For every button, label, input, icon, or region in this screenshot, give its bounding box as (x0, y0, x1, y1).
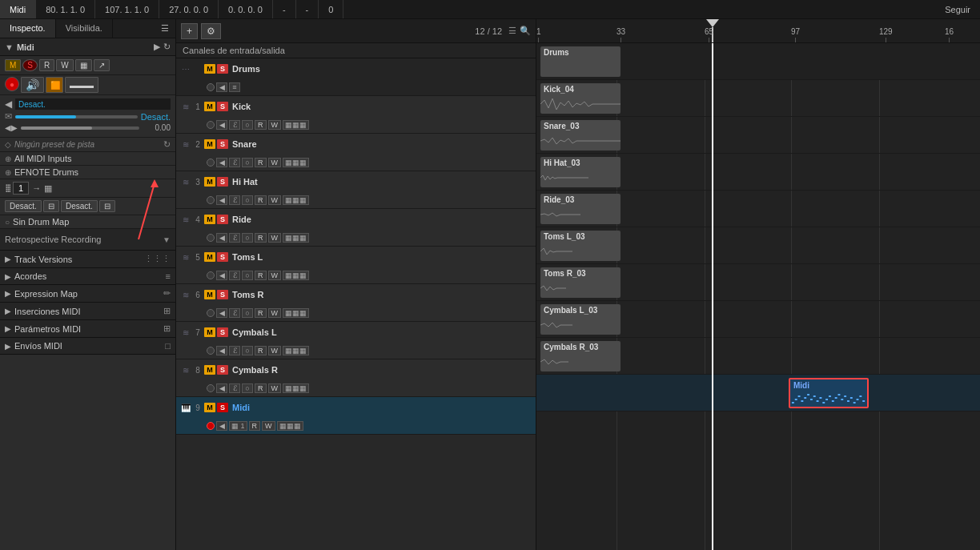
ch-btn-tomsr[interactable]: ▦▦▦ (283, 308, 309, 318)
ch-btn-ride[interactable]: ▦▦▦ (283, 233, 309, 243)
vol-btn-midi[interactable]: ◀ (216, 421, 227, 431)
e-button[interactable]: ▦ (75, 59, 92, 71)
type-button[interactable]: ⊟ (43, 200, 59, 212)
r-btn-tomsr[interactable]: R (255, 308, 267, 318)
clip-tomsl[interactable]: Toms L_03 (540, 231, 621, 261)
monitor-slider[interactable] (21, 126, 139, 130)
eq-btn-cymbr[interactable]: ℰ (229, 383, 240, 393)
record-button[interactable]: ● (5, 77, 19, 91)
add-track-button[interactable]: + (181, 23, 198, 39)
s-btn-ride[interactable]: S (217, 215, 228, 224)
clip-kick[interactable]: Kick_04 (540, 83, 621, 114)
r-btn-kick[interactable]: R (255, 120, 267, 130)
vol-btn-cymbl[interactable]: ◀ (216, 346, 227, 355)
clip-cymbr[interactable]: Cymbals R_03 (540, 341, 621, 371)
w-btn-cymbr[interactable]: W (268, 383, 282, 393)
mute-dot-cymbr[interactable] (207, 384, 215, 392)
timeline-ruler[interactable]: 1 33 65 97 129 (536, 19, 980, 43)
s-btn-cymbr[interactable]: S (217, 365, 228, 375)
eq-btn-snare[interactable]: ℰ (229, 158, 240, 167)
envios-midi-section[interactable]: ▶ Envíos MIDI □ (0, 338, 175, 355)
deact2-button[interactable]: Desact. (61, 200, 98, 212)
vol-btn-snare[interactable]: ◀ (216, 158, 227, 167)
m-btn-midi[interactable]: M (204, 403, 215, 412)
eq-btn-ride[interactable]: ℰ (229, 233, 240, 243)
clip-midi[interactable]: Midi (789, 378, 869, 408)
eq-btn-drums[interactable]: ≡ (229, 82, 240, 92)
vol-btn-hihat[interactable]: ◀ (216, 195, 227, 205)
mute-dot-tomsl[interactable] (207, 271, 215, 279)
ch-btn-hihat[interactable]: ▦▦▦ (283, 195, 309, 205)
clip-snare[interactable]: Snare_03 (540, 120, 621, 151)
s-btn-cymbl[interactable]: S (217, 327, 228, 337)
clip-hihat[interactable]: Hi Hat_03 (540, 157, 621, 187)
pan-slider[interactable] (15, 115, 138, 118)
track-config-button[interactable]: ⚙ (201, 23, 221, 39)
track-versions-section[interactable]: ▶ Track Versions ⋮⋮⋮ (0, 251, 175, 268)
w-btn-ride[interactable]: W (268, 233, 282, 243)
expression-map-section[interactable]: ▶ Expression Map ✏ (0, 285, 175, 303)
vol-btn-drums[interactable]: ◀ (216, 82, 227, 92)
eq-btn-hihat[interactable]: ℰ (229, 195, 240, 205)
s-btn-drums[interactable]: S (217, 64, 228, 74)
ch1-btn-hihat[interactable]: ○ (242, 195, 253, 205)
expand-button[interactable]: ↗ (94, 59, 110, 71)
vol-btn-tomsl[interactable]: ◀ (216, 271, 227, 280)
arrow-right-icon[interactable]: ▶ (154, 42, 160, 52)
list-view-icon[interactable]: ☰ (508, 26, 516, 36)
clip-tomsr[interactable]: Toms R_03 (540, 267, 621, 298)
w-btn-tomsl[interactable]: W (268, 271, 282, 280)
inserciones-midi-section[interactable]: ▶ Inserciones MIDI ⊞ (0, 303, 175, 320)
m-btn-cymbr[interactable]: M (204, 365, 215, 375)
m-button[interactable]: M (5, 59, 21, 71)
mute-dot-ride[interactable] (207, 234, 215, 242)
ch-btn-snare[interactable]: ▦▦▦ (283, 158, 309, 167)
ch-btn-kick[interactable]: ▦▦▦ (283, 120, 309, 130)
retro-recording-row[interactable]: Retrospective Recording ▼ (0, 229, 175, 251)
ch1-btn-tomsr[interactable]: ○ (242, 308, 253, 318)
eq-btn-cymbl[interactable]: ℰ (229, 346, 240, 355)
ch1-btn-snare[interactable]: ○ (242, 158, 253, 167)
type2-button[interactable]: ⊟ (99, 200, 115, 212)
w-btn-hihat[interactable]: W (268, 195, 282, 205)
r-btn-ride[interactable]: R (255, 233, 267, 243)
vol-btn-kick[interactable]: ◀ (216, 120, 227, 130)
monitor-button[interactable]: 🔊 (21, 77, 44, 93)
tab-inspector[interactable]: Inspecto. (0, 19, 56, 38)
record-dot-midi[interactable] (207, 422, 215, 430)
ch1-btn-tomsl[interactable]: ○ (242, 271, 253, 280)
parametros-midi-section[interactable]: ▶ Parámetros MIDI ⊞ (0, 320, 175, 338)
s-btn-kick[interactable]: S (217, 102, 228, 111)
acordes-section[interactable]: ▶ Acordes ≡ (0, 268, 175, 285)
vol-btn-ride[interactable]: ◀ (216, 233, 227, 243)
ch-btn-midi[interactable]: ▦▦▦ (277, 421, 303, 431)
m-btn-hihat[interactable]: M (204, 177, 215, 187)
eq-btn-tomsl[interactable]: ℰ (229, 271, 240, 280)
ch-btn-tomsl[interactable]: ▦▦▦ (283, 271, 309, 280)
mute-dot-drums[interactable] (207, 83, 215, 91)
preset-refresh-icon[interactable]: ↻ (163, 139, 171, 150)
mute-dot-cymbl[interactable] (207, 347, 215, 355)
mute-dot-tomsr[interactable] (207, 309, 215, 317)
r-button[interactable]: R (39, 59, 54, 71)
ch-btn-cymbr[interactable]: ▦▦▦ (283, 383, 309, 393)
ch1-btn-ride[interactable]: ○ (242, 233, 253, 243)
color-button[interactable]: 🟧 (46, 77, 63, 93)
channel-strip-button[interactable]: ▬▬▬ (65, 77, 98, 93)
sync-icon[interactable]: ↻ (163, 42, 171, 52)
m-btn-kick[interactable]: M (204, 102, 215, 111)
m-btn-tomsr[interactable]: M (204, 290, 215, 299)
s-btn-tomsr[interactable]: S (217, 290, 228, 299)
search-icon[interactable]: 🔍 (520, 26, 531, 36)
s-btn-snare[interactable]: S (217, 139, 228, 149)
ch1-btn-kick[interactable]: ○ (242, 120, 253, 130)
r-btn-snare[interactable]: R (255, 158, 267, 167)
m-btn-cymbl[interactable]: M (204, 327, 215, 337)
tab-visibility[interactable]: Visibilida. (56, 19, 113, 38)
ch-num-midi[interactable]: ▦ 1 (229, 421, 247, 431)
clip-drums[interactable]: Drums (540, 46, 621, 77)
w-btn-cymbl[interactable]: W (268, 346, 282, 355)
w-btn-tomsr[interactable]: W (268, 308, 282, 318)
r-btn-tomsl[interactable]: R (255, 271, 267, 280)
eq-btn-kick[interactable]: ℰ (229, 120, 240, 130)
